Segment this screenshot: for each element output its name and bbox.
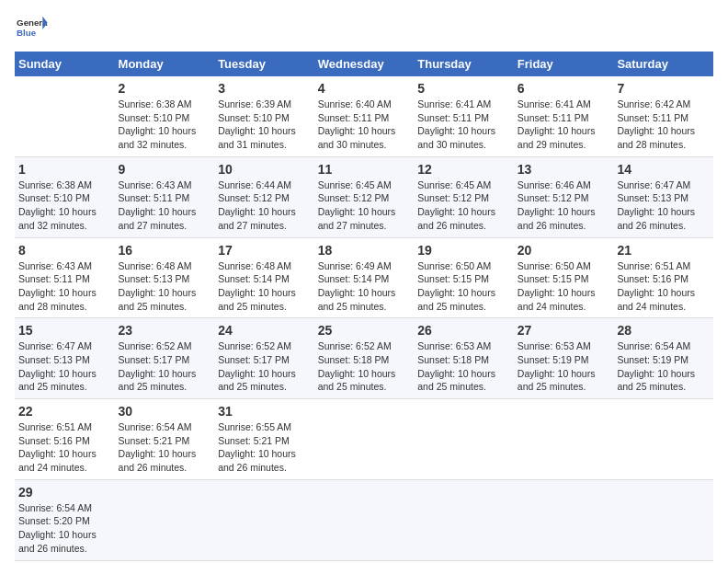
day-info: Sunrise: 6:53 AMSunset: 5:18 PMDaylight:… <box>417 340 495 392</box>
day-number: 29 <box>18 485 111 500</box>
calendar-cell: 6Sunrise: 6:41 AMSunset: 5:11 PMDaylight… <box>514 76 614 156</box>
day-number: 31 <box>218 404 311 419</box>
calendar-cell: 15Sunrise: 6:47 AMSunset: 5:13 PMDayligh… <box>15 318 115 399</box>
calendar-cell: 18Sunrise: 6:49 AMSunset: 5:14 PMDayligh… <box>314 237 415 318</box>
day-number: 1 <box>18 162 111 177</box>
day-info: Sunrise: 6:52 AMSunset: 5:18 PMDaylight:… <box>318 340 396 392</box>
calendar-week-row: 22Sunrise: 6:51 AMSunset: 5:16 PMDayligh… <box>15 399 713 480</box>
day-number: 21 <box>617 243 710 258</box>
calendar-cell <box>115 479 215 560</box>
day-info: Sunrise: 6:50 AMSunset: 5:15 PMDaylight:… <box>417 260 495 312</box>
day-info: Sunrise: 6:45 AMSunset: 5:12 PMDaylight:… <box>417 179 495 231</box>
day-number: 12 <box>417 162 510 177</box>
calendar-cell: 16Sunrise: 6:48 AMSunset: 5:13 PMDayligh… <box>115 237 215 318</box>
calendar-cell <box>414 479 514 560</box>
day-info: Sunrise: 6:50 AMSunset: 5:15 PMDaylight:… <box>518 260 596 312</box>
logo: General Blue <box>15 15 48 42</box>
calendar-cell: 24Sunrise: 6:52 AMSunset: 5:17 PMDayligh… <box>214 318 314 399</box>
day-number: 6 <box>518 81 610 96</box>
calendar-cell: 21Sunrise: 6:51 AMSunset: 5:16 PMDayligh… <box>613 237 713 318</box>
calendar-cell <box>15 76 115 156</box>
day-info: Sunrise: 6:43 AMSunset: 5:11 PMDaylight:… <box>119 179 197 231</box>
calendar-cell: 29Sunrise: 6:54 AMSunset: 5:20 PMDayligh… <box>15 479 115 560</box>
calendar-cell: 7Sunrise: 6:42 AMSunset: 5:11 PMDaylight… <box>613 76 713 156</box>
day-number: 27 <box>518 323 610 338</box>
day-info: Sunrise: 6:54 AMSunset: 5:21 PMDaylight:… <box>119 421 197 473</box>
day-number: 17 <box>218 243 311 258</box>
calendar-cell: 20Sunrise: 6:50 AMSunset: 5:15 PMDayligh… <box>514 237 614 318</box>
calendar-cell: 9Sunrise: 6:43 AMSunset: 5:11 PMDaylight… <box>115 156 215 237</box>
day-number: 8 <box>18 243 111 258</box>
day-header-sunday: Sunday <box>15 52 115 76</box>
calendar-week-row: 8Sunrise: 6:43 AMSunset: 5:11 PMDaylight… <box>15 237 713 318</box>
day-info: Sunrise: 6:46 AMSunset: 5:12 PMDaylight:… <box>518 179 596 231</box>
day-number: 23 <box>119 323 211 338</box>
svg-text:Blue: Blue <box>17 28 37 38</box>
calendar-cell <box>613 399 713 480</box>
day-info: Sunrise: 6:44 AMSunset: 5:12 PMDaylight:… <box>218 179 296 231</box>
calendar-cell <box>514 479 614 560</box>
day-number: 4 <box>318 81 411 96</box>
day-header-wednesday: Wednesday <box>314 52 415 76</box>
calendar-cell: 8Sunrise: 6:43 AMSunset: 5:11 PMDaylight… <box>15 237 115 318</box>
calendar-body: 2Sunrise: 6:38 AMSunset: 5:10 PMDaylight… <box>15 76 713 560</box>
day-header-thursday: Thursday <box>414 52 514 76</box>
day-number: 15 <box>18 323 111 338</box>
day-info: Sunrise: 6:43 AMSunset: 5:11 PMDaylight:… <box>18 260 97 312</box>
day-info: Sunrise: 6:51 AMSunset: 5:16 PMDaylight:… <box>18 421 97 473</box>
calendar-cell: 3Sunrise: 6:39 AMSunset: 5:10 PMDaylight… <box>214 76 314 156</box>
day-number: 28 <box>617 323 710 338</box>
calendar-cell: 26Sunrise: 6:53 AMSunset: 5:18 PMDayligh… <box>414 318 514 399</box>
day-info: Sunrise: 6:54 AMSunset: 5:19 PMDaylight:… <box>617 340 695 392</box>
calendar-cell: 10Sunrise: 6:44 AMSunset: 5:12 PMDayligh… <box>214 156 314 237</box>
calendar-cell: 11Sunrise: 6:45 AMSunset: 5:12 PMDayligh… <box>314 156 415 237</box>
day-number: 19 <box>417 243 510 258</box>
calendar-cell <box>414 399 514 480</box>
day-info: Sunrise: 6:49 AMSunset: 5:14 PMDaylight:… <box>318 260 396 312</box>
calendar-cell: 22Sunrise: 6:51 AMSunset: 5:16 PMDayligh… <box>15 399 115 480</box>
day-header-saturday: Saturday <box>613 52 713 76</box>
day-number: 7 <box>617 81 710 96</box>
day-info: Sunrise: 6:47 AMSunset: 5:13 PMDaylight:… <box>617 179 695 231</box>
calendar-cell: 25Sunrise: 6:52 AMSunset: 5:18 PMDayligh… <box>314 318 415 399</box>
calendar-cell: 2Sunrise: 6:38 AMSunset: 5:10 PMDaylight… <box>115 76 215 156</box>
day-number: 18 <box>318 243 411 258</box>
day-info: Sunrise: 6:53 AMSunset: 5:19 PMDaylight:… <box>518 340 596 392</box>
calendar-table: SundayMondayTuesdayWednesdayThursdayFrid… <box>15 52 713 561</box>
day-number: 20 <box>518 243 610 258</box>
calendar-week-row: 29Sunrise: 6:54 AMSunset: 5:20 PMDayligh… <box>15 479 713 560</box>
calendar-cell <box>314 399 415 480</box>
day-info: Sunrise: 6:41 AMSunset: 5:11 PMDaylight:… <box>518 98 596 150</box>
calendar-cell <box>514 399 614 480</box>
day-header-monday: Monday <box>115 52 215 76</box>
calendar-week-row: 1Sunrise: 6:38 AMSunset: 5:10 PMDaylight… <box>15 156 713 237</box>
calendar-cell <box>613 479 713 560</box>
calendar-cell: 23Sunrise: 6:52 AMSunset: 5:17 PMDayligh… <box>115 318 215 399</box>
calendar-cell: 31Sunrise: 6:55 AMSunset: 5:21 PMDayligh… <box>214 399 314 480</box>
calendar-cell: 5Sunrise: 6:41 AMSunset: 5:11 PMDaylight… <box>414 76 514 156</box>
calendar-cell <box>214 479 314 560</box>
day-info: Sunrise: 6:51 AMSunset: 5:16 PMDaylight:… <box>617 260 695 312</box>
day-number: 13 <box>518 162 610 177</box>
calendar-week-row: 15Sunrise: 6:47 AMSunset: 5:13 PMDayligh… <box>15 318 713 399</box>
day-info: Sunrise: 6:55 AMSunset: 5:21 PMDaylight:… <box>218 421 296 473</box>
day-info: Sunrise: 6:41 AMSunset: 5:11 PMDaylight:… <box>417 98 495 150</box>
day-info: Sunrise: 6:40 AMSunset: 5:11 PMDaylight:… <box>318 98 396 150</box>
day-info: Sunrise: 6:52 AMSunset: 5:17 PMDaylight:… <box>119 340 197 392</box>
day-info: Sunrise: 6:52 AMSunset: 5:17 PMDaylight:… <box>218 340 296 392</box>
day-header-tuesday: Tuesday <box>214 52 314 76</box>
calendar-cell: 30Sunrise: 6:54 AMSunset: 5:21 PMDayligh… <box>115 399 215 480</box>
day-number: 26 <box>417 323 510 338</box>
day-info: Sunrise: 6:48 AMSunset: 5:13 PMDaylight:… <box>119 260 197 312</box>
day-number: 10 <box>218 162 311 177</box>
days-header-row: SundayMondayTuesdayWednesdayThursdayFrid… <box>15 52 713 76</box>
day-number: 2 <box>119 81 211 96</box>
calendar-cell: 28Sunrise: 6:54 AMSunset: 5:19 PMDayligh… <box>613 318 713 399</box>
calendar-cell <box>314 479 415 560</box>
day-info: Sunrise: 6:38 AMSunset: 5:10 PMDaylight:… <box>18 179 97 231</box>
day-info: Sunrise: 6:47 AMSunset: 5:13 PMDaylight:… <box>18 340 97 392</box>
day-number: 24 <box>218 323 311 338</box>
calendar-cell: 13Sunrise: 6:46 AMSunset: 5:12 PMDayligh… <box>514 156 614 237</box>
day-number: 14 <box>617 162 710 177</box>
day-number: 3 <box>218 81 311 96</box>
